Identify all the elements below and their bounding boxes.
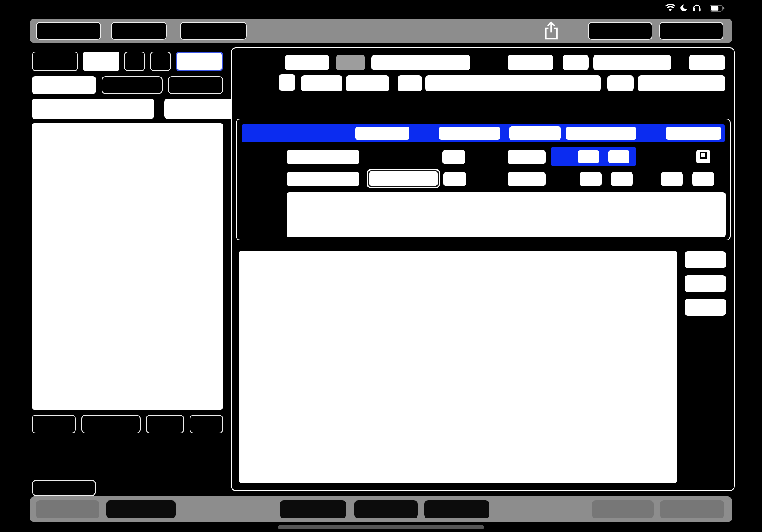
script-button[interactable] [36,500,99,518]
weekday-button[interactable] [509,126,561,140]
scene-list-panel [32,52,223,496]
set-button[interactable] [398,75,422,91]
owe-shots-checkbox[interactable] [696,150,710,163]
clear-button[interactable] [685,251,726,268]
reset-log-button[interactable] [32,480,96,496]
ert-hours-field[interactable] [578,150,599,163]
rearrange-button[interactable] [81,415,141,433]
credited-input[interactable] [287,172,359,186]
scene-details-panel [236,119,731,240]
pages-scripted-field[interactable] [508,150,546,164]
revision-button[interactable] [176,52,223,71]
status-clock [39,4,56,14]
battery-icon [710,4,725,14]
diff-button[interactable] [685,275,726,292]
eighths-credited-field[interactable] [443,172,466,186]
tab-previous[interactable] [102,76,163,94]
totals-time-row [32,465,223,477]
totals-pages-row [32,452,223,465]
comm-button[interactable] [32,415,76,433]
scene-list[interactable] [32,123,223,410]
episode-number-field[interactable] [83,52,119,71]
art-minutes-field[interactable] [611,172,633,186]
search-scenes-input[interactable] [32,99,154,119]
variance-minutes-field[interactable] [692,172,714,186]
home-strip [0,522,762,532]
ert-minutes-field[interactable] [608,150,629,163]
episode-plus-button[interactable] [124,52,145,71]
rev-button[interactable] [336,55,365,70]
last-shot-button[interactable] [592,500,654,518]
eighths-scripted-field[interactable] [442,150,465,164]
configure-button[interactable] [36,22,101,40]
teradek-button[interactable] [180,22,247,40]
ert-box [551,147,636,166]
totals-scenes-row [32,439,223,452]
eighths-credited-button[interactable] [368,170,439,187]
day-night-button[interactable] [607,75,634,91]
characters-button[interactable] [280,500,346,518]
timecode-button[interactable] [111,22,167,40]
started-input[interactable] [287,150,359,164]
date-input[interactable] [439,127,500,140]
home-indicator[interactable] [278,525,484,529]
status-bar [0,0,762,17]
scene-list-tabs [32,76,223,94]
actors-button[interactable] [354,500,418,518]
episode-button[interactable] [32,52,78,71]
scene-number-field[interactable] [285,55,329,70]
search-row [32,99,223,119]
production-button[interactable] [106,500,176,518]
int-ext-button[interactable] [301,75,342,91]
weekday-input[interactable] [566,127,636,140]
add-button[interactable] [190,415,223,433]
edit-button[interactable] [685,299,726,316]
reports-button[interactable] [424,500,489,518]
bottom-toolbar [30,496,732,522]
status-indicators [665,4,725,14]
wifi-icon [665,4,676,14]
heading-checkbox[interactable] [279,74,295,91]
share-icon[interactable] [543,21,559,42]
omit-button[interactable] [689,55,725,70]
tab-current[interactable] [32,76,96,94]
revision-color-field[interactable] [371,55,470,70]
script-preview[interactable] [239,251,677,483]
backup-button[interactable] [588,22,652,40]
slug-textarea[interactable] [287,192,726,237]
revise-button[interactable] [146,415,184,433]
script-day-input[interactable] [355,127,409,140]
scene-actions-row [32,415,223,433]
day-night-field[interactable] [638,75,725,91]
pages-credited-field[interactable] [508,172,546,186]
act-button[interactable] [563,55,589,70]
focus-moon-icon [680,4,688,14]
reset-log-row [32,479,223,497]
shot-button[interactable] [660,500,724,518]
set-field[interactable] [425,75,601,91]
act-field[interactable] [593,55,671,70]
episode-row [32,52,223,71]
scene-editor-panel [231,47,735,491]
chronology-bar [242,124,725,142]
episode-minus-button[interactable] [150,52,171,71]
page-number-field[interactable] [508,55,553,70]
headphones-icon [693,4,701,14]
time-input[interactable] [666,127,721,140]
variance-hours-field[interactable] [661,172,683,186]
top-toolbar [30,19,732,43]
tab-wish-list[interactable] [168,76,223,94]
int-ext-field[interactable] [346,75,389,91]
art-hours-field[interactable] [580,172,602,186]
close-button[interactable] [659,22,723,40]
